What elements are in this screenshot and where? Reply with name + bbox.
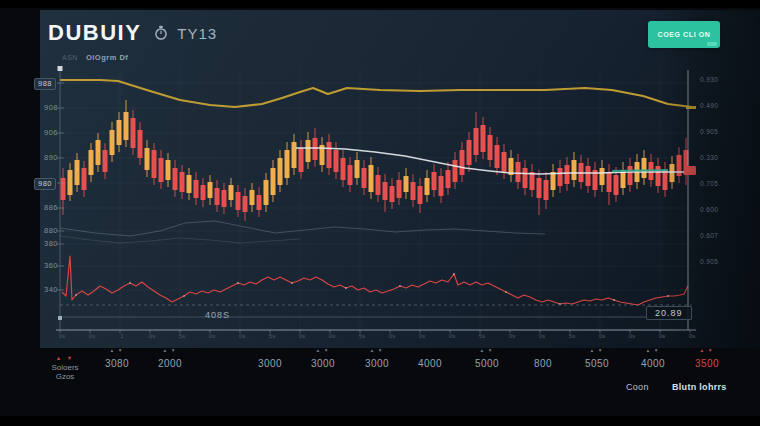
- value-stepper-carets[interactable]: ▴ ▾: [631, 347, 675, 353]
- page-title: DUBUIY: [48, 20, 141, 46]
- legend-prefix: ASN: [62, 54, 78, 61]
- bottom-axis-caption: ▲ ▼ Soloers Gzos: [40, 354, 90, 381]
- primary-action-button[interactable]: COEG CLI ON: [648, 21, 720, 48]
- legend-label: OlOgrm Df: [86, 53, 128, 62]
- value-stepper-carets[interactable]: ▴ ▾: [465, 347, 509, 353]
- value-stepper-carets[interactable]: ▴ ▾: [148, 347, 192, 353]
- value-stepper-carets[interactable]: ▴ ▾: [301, 347, 345, 353]
- caption-carets[interactable]: ▲ ▼: [40, 354, 90, 363]
- value-stepper-carets[interactable]: ▴ ▾: [685, 347, 729, 353]
- baseline-right-price-chip: 20.89: [646, 306, 692, 320]
- chart-header: DUBUIY TY13: [48, 20, 217, 46]
- caption-line2: Gzos: [40, 372, 90, 381]
- trading-app-window: DUBUIY TY13 COEG CLI ON ASN OlOgrm Df 98…: [0, 0, 760, 426]
- bottom-black-bar: [0, 416, 760, 426]
- baseline-left-label: 408S: [205, 310, 230, 320]
- symbol-tag: TY13: [177, 25, 217, 42]
- value-stepper-carets[interactable]: ▴ ▾: [95, 347, 139, 353]
- clock-icon: [154, 25, 168, 41]
- footer-link-close[interactable]: Coon: [626, 382, 649, 392]
- caption-line1: Soloers: [40, 363, 90, 372]
- value-stepper-carets[interactable]: ▴ ▾: [575, 347, 619, 353]
- value-stepper-carets[interactable]: ▴ ▾: [355, 347, 399, 353]
- footer-link-items[interactable]: Blutn lohrrs: [672, 382, 727, 392]
- chart-canvas[interactable]: [0, 0, 760, 426]
- indicator-legend: ASN OlOgrm Df: [62, 53, 128, 62]
